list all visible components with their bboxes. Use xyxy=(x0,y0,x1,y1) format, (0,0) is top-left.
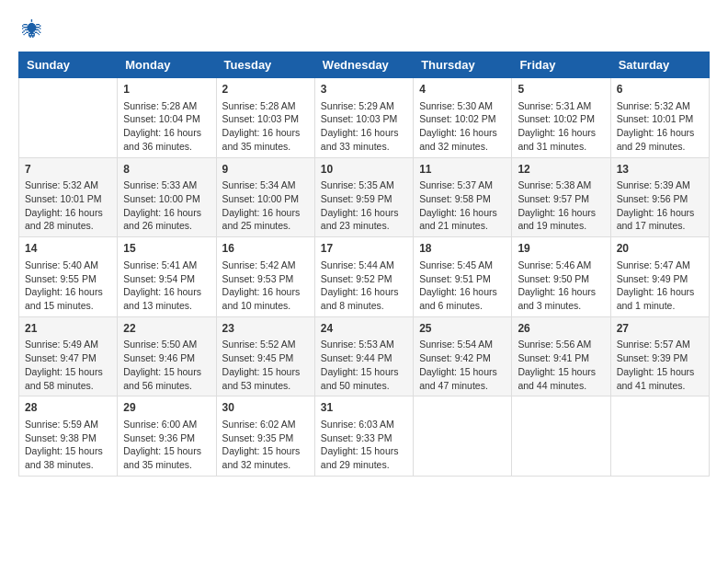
calendar-cell: 1Sunrise: 5:28 AM Sunset: 10:04 PM Dayli… xyxy=(118,78,216,158)
cell-content: Sunrise: 5:53 AM Sunset: 9:44 PM Dayligh… xyxy=(321,338,407,392)
cell-content: Sunrise: 5:41 AM Sunset: 9:54 PM Dayligh… xyxy=(123,259,210,313)
day-number: 13 xyxy=(617,162,703,178)
calendar-cell: 2Sunrise: 5:28 AM Sunset: 10:03 PM Dayli… xyxy=(216,78,314,158)
day-number: 17 xyxy=(321,241,407,257)
calendar-cell: 16Sunrise: 5:42 AM Sunset: 9:53 PM Dayli… xyxy=(216,237,314,317)
calendar-cell: 8Sunrise: 5:33 AM Sunset: 10:00 PM Dayli… xyxy=(118,157,216,237)
cell-content: Sunrise: 6:02 AM Sunset: 9:35 PM Dayligh… xyxy=(222,418,309,472)
logo: 🕷 xyxy=(18,18,42,42)
column-header-thursday: Thursday xyxy=(414,52,512,78)
calendar-cell: 3Sunrise: 5:29 AM Sunset: 10:03 PM Dayli… xyxy=(314,78,413,158)
day-number: 10 xyxy=(321,162,407,178)
day-number: 2 xyxy=(222,82,309,98)
cell-content: Sunrise: 5:54 AM Sunset: 9:42 PM Dayligh… xyxy=(419,338,506,392)
cell-content: Sunrise: 5:39 AM Sunset: 9:56 PM Dayligh… xyxy=(617,178,703,233)
cell-content: Sunrise: 5:32 AM Sunset: 10:01 PM Daylig… xyxy=(25,178,111,233)
calendar-cell: 11Sunrise: 5:37 AM Sunset: 9:58 PM Dayli… xyxy=(414,157,512,237)
calendar-cell: 25Sunrise: 5:54 AM Sunset: 9:42 PM Dayli… xyxy=(414,316,512,396)
cell-content: Sunrise: 5:45 AM Sunset: 9:51 PM Dayligh… xyxy=(419,259,506,313)
calendar-cell: 17Sunrise: 5:44 AM Sunset: 9:52 PM Dayli… xyxy=(314,237,413,317)
calendar-cell: 7Sunrise: 5:32 AM Sunset: 10:01 PM Dayli… xyxy=(19,157,118,237)
cell-content: Sunrise: 5:57 AM Sunset: 9:39 PM Dayligh… xyxy=(617,338,703,392)
cell-content: Sunrise: 5:52 AM Sunset: 9:45 PM Dayligh… xyxy=(222,338,309,392)
cell-content: Sunrise: 5:28 AM Sunset: 10:04 PM Daylig… xyxy=(123,99,210,154)
column-header-wednesday: Wednesday xyxy=(314,52,413,78)
day-number: 25 xyxy=(419,321,506,337)
cell-content: Sunrise: 5:59 AM Sunset: 9:38 PM Dayligh… xyxy=(25,418,111,472)
week-row-3: 14Sunrise: 5:40 AM Sunset: 9:55 PM Dayli… xyxy=(19,237,710,317)
calendar-cell: 12Sunrise: 5:38 AM Sunset: 9:57 PM Dayli… xyxy=(512,157,610,237)
day-number: 9 xyxy=(222,162,309,178)
day-number: 1 xyxy=(123,82,210,98)
day-number: 23 xyxy=(222,321,309,337)
page-header: 🕷 xyxy=(18,18,710,42)
day-number: 31 xyxy=(321,400,407,416)
calendar-cell: 6Sunrise: 5:32 AM Sunset: 10:01 PM Dayli… xyxy=(610,78,709,158)
day-number: 6 xyxy=(617,82,703,98)
cell-content: Sunrise: 5:33 AM Sunset: 10:00 PM Daylig… xyxy=(123,178,210,233)
calendar-cell: 14Sunrise: 5:40 AM Sunset: 9:55 PM Dayli… xyxy=(19,237,118,317)
cell-content: Sunrise: 5:30 AM Sunset: 10:02 PM Daylig… xyxy=(419,99,506,154)
cell-content: Sunrise: 5:34 AM Sunset: 10:00 PM Daylig… xyxy=(222,178,309,233)
column-header-sunday: Sunday xyxy=(19,52,118,78)
day-number: 11 xyxy=(419,162,506,178)
day-number: 24 xyxy=(321,321,407,337)
day-number: 30 xyxy=(222,400,309,416)
calendar-cell: 20Sunrise: 5:47 AM Sunset: 9:49 PM Dayli… xyxy=(610,237,709,317)
calendar-cell: 10Sunrise: 5:35 AM Sunset: 9:59 PM Dayli… xyxy=(314,157,413,237)
calendar-table: SundayMondayTuesdayWednesdayThursdayFrid… xyxy=(18,52,710,477)
day-number: 15 xyxy=(123,241,210,257)
cell-content: Sunrise: 5:28 AM Sunset: 10:03 PM Daylig… xyxy=(222,99,309,154)
calendar-cell: 15Sunrise: 5:41 AM Sunset: 9:54 PM Dayli… xyxy=(118,237,216,317)
cell-content: Sunrise: 5:31 AM Sunset: 10:02 PM Daylig… xyxy=(518,99,604,154)
calendar-cell xyxy=(512,396,610,477)
calendar-cell: 24Sunrise: 5:53 AM Sunset: 9:44 PM Dayli… xyxy=(314,316,413,396)
cell-content: Sunrise: 5:46 AM Sunset: 9:50 PM Dayligh… xyxy=(518,259,604,313)
calendar-cell xyxy=(19,78,118,158)
cell-content: Sunrise: 5:49 AM Sunset: 9:47 PM Dayligh… xyxy=(25,338,111,392)
calendar-cell: 23Sunrise: 5:52 AM Sunset: 9:45 PM Dayli… xyxy=(216,316,314,396)
column-header-friday: Friday xyxy=(512,52,610,78)
cell-content: Sunrise: 5:29 AM Sunset: 10:03 PM Daylig… xyxy=(321,99,407,154)
week-row-2: 7Sunrise: 5:32 AM Sunset: 10:01 PM Dayli… xyxy=(19,157,710,237)
day-number: 16 xyxy=(222,241,309,257)
day-number: 20 xyxy=(617,241,703,257)
day-number: 14 xyxy=(25,241,111,257)
cell-content: Sunrise: 6:00 AM Sunset: 9:36 PM Dayligh… xyxy=(123,418,210,472)
calendar-cell: 29Sunrise: 6:00 AM Sunset: 9:36 PM Dayli… xyxy=(118,396,216,477)
day-number: 7 xyxy=(25,162,111,178)
calendar-cell: 28Sunrise: 5:59 AM Sunset: 9:38 PM Dayli… xyxy=(19,396,118,477)
calendar-cell: 21Sunrise: 5:49 AM Sunset: 9:47 PM Dayli… xyxy=(19,316,118,396)
cell-content: Sunrise: 5:56 AM Sunset: 9:41 PM Dayligh… xyxy=(518,338,604,392)
calendar-cell: 26Sunrise: 5:56 AM Sunset: 9:41 PM Dayli… xyxy=(512,316,610,396)
day-number: 22 xyxy=(123,321,210,337)
cell-content: Sunrise: 5:40 AM Sunset: 9:55 PM Dayligh… xyxy=(25,259,111,313)
calendar-cell: 13Sunrise: 5:39 AM Sunset: 9:56 PM Dayli… xyxy=(610,157,709,237)
calendar-cell: 27Sunrise: 5:57 AM Sunset: 9:39 PM Dayli… xyxy=(610,316,709,396)
calendar-cell: 31Sunrise: 6:03 AM Sunset: 9:33 PM Dayli… xyxy=(314,396,413,477)
week-row-4: 21Sunrise: 5:49 AM Sunset: 9:47 PM Dayli… xyxy=(19,316,710,396)
day-number: 5 xyxy=(518,82,604,98)
day-number: 21 xyxy=(25,321,111,337)
week-row-5: 28Sunrise: 5:59 AM Sunset: 9:38 PM Dayli… xyxy=(19,396,710,477)
day-number: 12 xyxy=(518,162,604,178)
cell-content: Sunrise: 5:38 AM Sunset: 9:57 PM Dayligh… xyxy=(518,178,604,233)
calendar-cell xyxy=(610,396,709,477)
cell-content: Sunrise: 5:32 AM Sunset: 10:01 PM Daylig… xyxy=(617,99,703,154)
week-row-1: 1Sunrise: 5:28 AM Sunset: 10:04 PM Dayli… xyxy=(19,78,710,158)
day-number: 8 xyxy=(123,162,210,178)
column-header-saturday: Saturday xyxy=(610,52,709,78)
cell-content: Sunrise: 5:35 AM Sunset: 9:59 PM Dayligh… xyxy=(321,178,407,233)
calendar-cell xyxy=(414,396,512,477)
calendar-cell: 5Sunrise: 5:31 AM Sunset: 10:02 PM Dayli… xyxy=(512,78,610,158)
calendar-cell: 4Sunrise: 5:30 AM Sunset: 10:02 PM Dayli… xyxy=(414,78,512,158)
calendar-cell: 9Sunrise: 5:34 AM Sunset: 10:00 PM Dayli… xyxy=(216,157,314,237)
column-header-tuesday: Tuesday xyxy=(216,52,314,78)
logo-bird-icon: 🕷 xyxy=(22,18,42,42)
calendar-cell: 18Sunrise: 5:45 AM Sunset: 9:51 PM Dayli… xyxy=(414,237,512,317)
cell-content: Sunrise: 6:03 AM Sunset: 9:33 PM Dayligh… xyxy=(321,418,407,472)
day-number: 19 xyxy=(518,241,604,257)
calendar-cell: 22Sunrise: 5:50 AM Sunset: 9:46 PM Dayli… xyxy=(118,316,216,396)
day-number: 18 xyxy=(419,241,506,257)
calendar-header-row: SundayMondayTuesdayWednesdayThursdayFrid… xyxy=(19,52,710,78)
